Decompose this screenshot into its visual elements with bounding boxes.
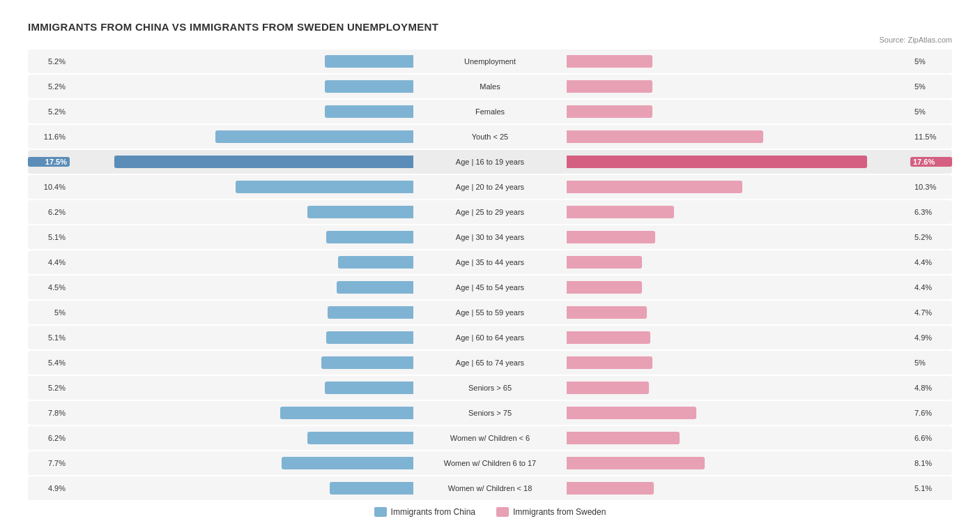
left-value: 10.4% xyxy=(28,183,70,191)
chart-source: Source: ZipAtlas.com xyxy=(28,36,952,44)
left-value: 11.6% xyxy=(28,133,70,141)
right-bar-container xyxy=(567,79,910,94)
left-bar-container xyxy=(70,204,413,220)
left-bar-container xyxy=(70,154,413,169)
right-bar-container xyxy=(567,430,910,446)
center-label: Seniors > 65 xyxy=(413,384,567,392)
left-bar xyxy=(326,231,413,243)
left-value: 4.5% xyxy=(28,283,70,292)
bar-row: 5% Age | 55 to 59 years 4.7% xyxy=(28,301,952,324)
center-label: Age | 20 to 24 years xyxy=(413,183,567,191)
left-bar-container xyxy=(70,54,413,69)
chart-area: 5.2% Unemployment 5% 5.2% Males 5% 5.2% xyxy=(28,50,952,500)
right-bar-container xyxy=(567,54,910,69)
right-bar xyxy=(567,432,680,444)
right-bar-container xyxy=(567,280,910,295)
legend-sweden: Immigrants from Sweden xyxy=(496,507,606,517)
left-value: 7.8% xyxy=(28,409,70,417)
right-bar-container xyxy=(567,305,910,320)
left-bar xyxy=(330,482,413,495)
right-bar-container xyxy=(567,229,910,245)
left-value: 4.4% xyxy=(28,258,70,266)
center-label: Age | 65 to 74 years xyxy=(413,359,567,367)
right-bar xyxy=(567,482,654,495)
center-label: Age | 30 to 34 years xyxy=(413,233,567,241)
right-value: 5.1% xyxy=(910,484,952,492)
right-value: 4.4% xyxy=(910,283,952,292)
center-label: Age | 55 to 59 years xyxy=(413,308,567,317)
right-bar xyxy=(567,80,652,93)
right-bar-container xyxy=(567,255,910,270)
right-value: 5.2% xyxy=(910,233,952,241)
left-bar-container xyxy=(70,330,413,345)
center-label: Males xyxy=(413,82,567,91)
left-bar-container xyxy=(70,129,413,144)
right-value: 4.7% xyxy=(910,308,952,317)
left-bar xyxy=(325,105,413,118)
left-bar-container xyxy=(70,305,413,320)
right-bar-container xyxy=(567,204,910,220)
left-value: 17.5% xyxy=(28,157,70,167)
bar-row: 6.2% Women w/ Children < 6 6.6% xyxy=(28,426,952,450)
right-bar xyxy=(567,256,642,269)
left-bar xyxy=(326,331,413,344)
left-bar xyxy=(321,356,413,369)
right-bar-container xyxy=(567,104,910,119)
right-bar-container xyxy=(567,154,910,169)
center-label: Age | 25 to 29 years xyxy=(413,208,567,216)
left-bar-container xyxy=(70,455,413,471)
left-bar xyxy=(338,256,413,269)
legend-china-label: Immigrants from China xyxy=(391,507,475,517)
left-bar xyxy=(328,306,413,319)
center-label: Women w/ Children < 18 xyxy=(413,484,567,492)
bar-row: 5.1% Age | 30 to 34 years 5.2% xyxy=(28,225,952,249)
right-bar xyxy=(567,231,655,243)
bar-row: 7.7% Women w/ Children 6 to 17 8.1% xyxy=(28,451,952,475)
right-bar-container xyxy=(567,455,910,471)
right-value: 5% xyxy=(910,107,952,116)
left-bar-container xyxy=(70,280,413,295)
right-value: 10.3% xyxy=(910,183,952,191)
right-bar xyxy=(567,407,696,419)
center-label: Seniors > 75 xyxy=(413,409,567,417)
right-value: 6.3% xyxy=(910,208,952,216)
center-label: Age | 16 to 19 years xyxy=(413,158,567,166)
bar-row: 4.4% Age | 35 to 44 years 4.4% xyxy=(28,250,952,274)
bar-row: 17.5% Age | 16 to 19 years 17.6% xyxy=(28,150,952,174)
center-label: Youth < 25 xyxy=(413,133,567,141)
right-value: 6.6% xyxy=(910,434,952,442)
right-value: 4.9% xyxy=(910,333,952,342)
right-bar-container xyxy=(567,380,910,395)
right-value: 5% xyxy=(910,359,952,367)
right-bar xyxy=(567,181,742,193)
chart-container: IMMIGRANTS FROM CHINA VS IMMIGRANTS FROM… xyxy=(14,14,966,528)
right-bar-container xyxy=(567,330,910,345)
chart-title: IMMIGRANTS FROM CHINA VS IMMIGRANTS FROM… xyxy=(28,21,952,33)
right-value: 5% xyxy=(910,82,952,91)
left-bar xyxy=(282,457,413,469)
legend-box-sweden xyxy=(496,507,509,517)
right-value: 5% xyxy=(910,57,952,66)
legend-box-china xyxy=(374,507,387,517)
bar-row: 5.4% Age | 65 to 74 years 5% xyxy=(28,351,952,375)
left-bar-container xyxy=(70,430,413,446)
left-bar xyxy=(114,156,413,168)
bar-row: 5.1% Age | 60 to 64 years 4.9% xyxy=(28,326,952,349)
right-bar xyxy=(567,382,649,394)
left-value: 5.2% xyxy=(28,107,70,116)
right-value: 11.5% xyxy=(910,133,952,141)
bar-row: 7.8% Seniors > 75 7.6% xyxy=(28,401,952,425)
left-bar-container xyxy=(70,405,413,421)
center-label: Age | 60 to 64 years xyxy=(413,333,567,342)
bar-row: 4.9% Women w/ Children < 18 5.1% xyxy=(28,476,952,500)
right-bar xyxy=(567,206,674,218)
right-value: 4.4% xyxy=(910,258,952,266)
center-label: Age | 45 to 54 years xyxy=(413,283,567,292)
right-value: 4.8% xyxy=(910,384,952,392)
right-bar-container xyxy=(567,481,910,496)
left-value: 5% xyxy=(28,308,70,317)
left-value: 4.9% xyxy=(28,484,70,492)
left-bar-container xyxy=(70,481,413,496)
right-bar-container xyxy=(567,179,910,195)
left-bar xyxy=(325,80,413,93)
